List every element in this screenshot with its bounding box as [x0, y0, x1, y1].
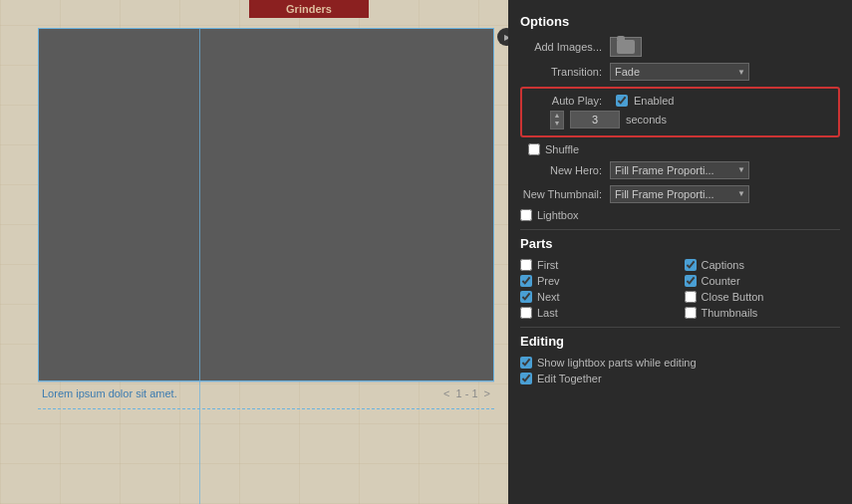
canvas-area: Grinders Lorem ipsum dolor sit amet. < 1… — [0, 0, 508, 504]
transition-label: Transition: — [520, 66, 610, 78]
lightbox-checkbox[interactable] — [520, 209, 532, 221]
new-thumbnail-select[interactable]: Fill Frame Proporti... — [610, 185, 749, 203]
autoplay-row: Auto Play: Enabled — [530, 95, 830, 107]
top-banner: Grinders — [249, 0, 369, 18]
right-panel: Options Add Images... Transition: Fade A… — [508, 0, 852, 504]
caption-text: Lorem ipsum dolor sit amet. — [38, 387, 443, 399]
part-thumbnails-checkbox[interactable] — [685, 307, 697, 319]
caption-nav: < 1 - 1 > — [443, 387, 494, 399]
part-thumbnails-label: Thumbnails — [702, 307, 758, 319]
shuffle-row: Shuffle — [528, 143, 840, 155]
transition-select[interactable]: Fade — [610, 63, 749, 81]
editing-item-show-lightbox: Show lightbox parts while editing — [520, 357, 840, 369]
lightbox-row: Lightbox — [520, 209, 840, 221]
part-last-label: Last — [537, 307, 558, 319]
banner-text: Grinders — [286, 3, 332, 15]
part-item-thumbnails: Thumbnails — [685, 307, 841, 319]
show-lightbox-label: Show lightbox parts while editing — [537, 357, 697, 369]
part-captions-label: Captions — [702, 259, 744, 271]
parts-title: Parts — [520, 236, 840, 251]
seconds-spinner[interactable]: ▲ ▼ — [550, 111, 564, 129]
divider-2 — [520, 327, 840, 328]
part-item-first: First — [520, 259, 677, 271]
add-images-row: Add Images... — [520, 37, 840, 57]
autoplay-checkbox[interactable] — [616, 95, 628, 107]
new-hero-row: New Hero: Fill Frame Proporti... — [520, 161, 840, 179]
transition-select-wrapper: Fade — [610, 63, 749, 81]
part-item-last: Last — [520, 307, 677, 319]
seconds-label: seconds — [626, 114, 667, 126]
seconds-row: ▲ ▼ 3 seconds — [550, 111, 830, 129]
part-first-label: First — [537, 259, 558, 271]
folder-icon — [617, 40, 635, 54]
content-frame — [38, 28, 494, 381]
part-first-checkbox[interactable] — [520, 259, 532, 271]
new-thumbnail-select-wrapper: Fill Frame Proporti... — [610, 185, 749, 203]
new-hero-label: New Hero: — [520, 164, 610, 176]
part-prev-checkbox[interactable] — [520, 275, 532, 287]
part-item-next: Next — [520, 291, 677, 303]
part-captions-checkbox[interactable] — [685, 259, 697, 271]
options-title: Options — [520, 14, 840, 29]
part-item-captions: Captions — [685, 259, 841, 271]
nav-next-arrow[interactable]: > — [484, 387, 490, 399]
new-thumbnail-label: New Thumbnail: — [520, 188, 610, 200]
new-hero-select[interactable]: Fill Frame Proporti... — [610, 161, 749, 179]
lightbox-label: Lightbox — [537, 209, 579, 221]
edit-together-label: Edit Together — [537, 373, 602, 384]
show-lightbox-checkbox[interactable] — [520, 357, 532, 369]
nav-page-indicator: 1 - 1 — [456, 387, 478, 399]
autoplay-label: Auto Play: — [530, 95, 610, 107]
spinner-down[interactable]: ▼ — [551, 120, 563, 127]
shuffle-checkbox[interactable] — [528, 143, 540, 155]
edit-together-checkbox[interactable] — [520, 373, 532, 384]
editing-item-edit-together: Edit Together — [520, 373, 840, 384]
part-item-counter: Counter — [685, 275, 841, 287]
part-counter-label: Counter — [702, 275, 740, 287]
parts-grid: First Captions Prev Counter Next Close B… — [520, 259, 840, 319]
editing-title: Editing — [520, 334, 840, 349]
part-prev-label: Prev — [537, 275, 560, 287]
nav-prev-arrow[interactable]: < — [443, 387, 449, 399]
part-close-label: Close Button — [702, 291, 764, 303]
guide-line-v2 — [199, 28, 200, 504]
seconds-input[interactable]: 3 — [570, 111, 620, 128]
guide-line-h-dashed — [38, 408, 494, 409]
part-close-checkbox[interactable] — [685, 291, 697, 303]
caption-bar: Lorem ipsum dolor sit amet. < 1 - 1 > — [38, 381, 494, 403]
part-next-checkbox[interactable] — [520, 291, 532, 303]
autoplay-box: Auto Play: Enabled ▲ ▼ 3 seconds — [520, 87, 840, 137]
add-images-button[interactable] — [610, 37, 642, 57]
part-item-prev: Prev — [520, 275, 677, 287]
part-item-close-button: Close Button — [685, 291, 841, 303]
divider-1 — [520, 229, 840, 230]
part-last-checkbox[interactable] — [520, 307, 532, 319]
play-button[interactable] — [497, 28, 508, 46]
part-next-label: Next — [537, 291, 560, 303]
new-hero-select-wrapper: Fill Frame Proporti... — [610, 161, 749, 179]
new-thumbnail-row: New Thumbnail: Fill Frame Proporti... — [520, 185, 840, 203]
add-images-label: Add Images... — [520, 41, 610, 53]
part-counter-checkbox[interactable] — [685, 275, 697, 287]
spinner-up[interactable]: ▲ — [551, 112, 563, 120]
autoplay-enabled-label: Enabled — [634, 95, 674, 107]
shuffle-label: Shuffle — [545, 143, 579, 155]
transition-row: Transition: Fade — [520, 63, 840, 81]
